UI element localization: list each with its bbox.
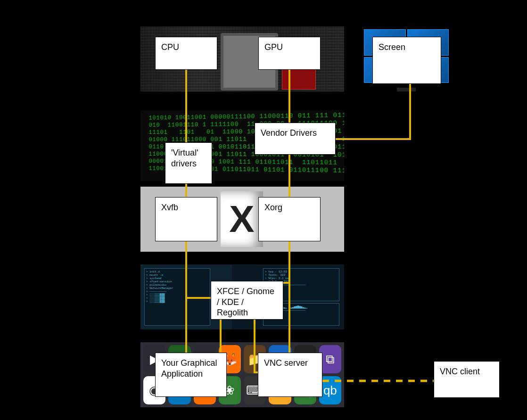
node-vnc-server: VNC server xyxy=(258,353,322,397)
node-vnc-server-label: VNC server xyxy=(264,358,308,369)
node-virtual-drivers: 'Virtual' drivers xyxy=(165,142,212,184)
node-xorg-label: Xorg xyxy=(264,202,282,213)
node-vendor-drivers-label: Vendor Drivers xyxy=(261,128,317,139)
node-desktop-env-label: XFCE / Gnome / KDE / Regolith xyxy=(217,286,277,318)
node-virtual-drivers-label: 'Virtual' drivers xyxy=(171,148,198,169)
node-your-app-label: Your Graphical Application xyxy=(161,358,217,379)
node-xvfb-label: Xvfb xyxy=(161,202,178,213)
edge-vendor-screen xyxy=(336,84,410,139)
node-vendor-drivers: Vendor Drivers xyxy=(255,123,336,155)
node-gpu: GPU xyxy=(258,37,321,70)
node-vnc-client: VNC client xyxy=(434,361,500,398)
node-gpu-label: GPU xyxy=(264,42,283,53)
x-logo-illustration: X xyxy=(221,191,263,247)
node-xvfb: Xvfb xyxy=(155,197,217,241)
node-desktop-env: XFCE / Gnome / KDE / Regolith xyxy=(211,281,283,320)
node-vnc-client-label: VNC client xyxy=(440,366,480,377)
node-cpu: CPU xyxy=(155,37,217,70)
node-your-app: Your Graphical Application xyxy=(155,353,227,397)
node-screen-label: Screen xyxy=(379,42,405,53)
node-cpu-label: CPU xyxy=(161,42,179,53)
diagram-canvas: 101010 10011001 00000111100 11000110 011… xyxy=(0,0,527,420)
node-xorg: Xorg xyxy=(258,197,321,241)
node-screen: Screen xyxy=(372,37,441,84)
